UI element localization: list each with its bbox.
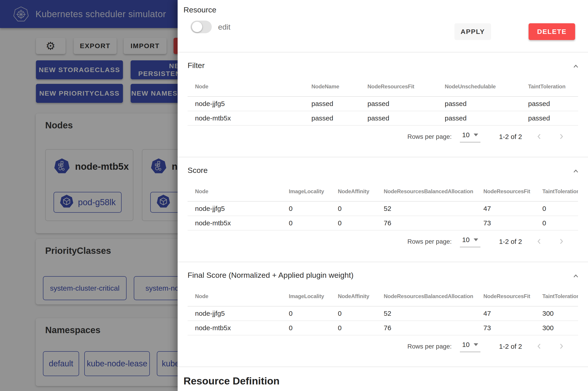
caret-down-icon <box>474 134 478 136</box>
table-cell: 76 <box>376 321 476 335</box>
table-cell: node-jjfg5 <box>187 97 304 111</box>
chevron-left-icon <box>535 132 544 141</box>
rows-per-page-select[interactable]: 10 <box>460 341 480 352</box>
table-cell: 52 <box>376 201 476 216</box>
rows-per-page-select[interactable]: 10 <box>460 131 480 142</box>
table-row: node-mtb5x 0 0 76 73 0 <box>187 216 578 230</box>
table-cell: passed <box>437 111 521 125</box>
filter-section-title: Filter <box>187 61 578 70</box>
apply-button[interactable]: APPLY <box>454 23 491 40</box>
table-cell: 0 <box>535 216 578 230</box>
chevron-right-icon <box>557 342 565 351</box>
column-header: NodeResourcesBalancedAllocation <box>376 182 476 201</box>
table-header-row: Node NodeName NodeResourcesFit NodeUnsch… <box>187 77 578 97</box>
pagination: Rows per page: 10 1-2 of 2 <box>187 131 578 142</box>
table-cell: node-jjfg5 <box>187 306 281 321</box>
table-cell: passed <box>304 97 360 111</box>
final-score-section-title: Final Score (Normalized + Applied plugin… <box>187 271 578 280</box>
table-cell: 76 <box>376 216 476 230</box>
table-cell: 73 <box>476 216 535 230</box>
table-cell: 0 <box>330 216 376 230</box>
column-header: TaintToleration <box>535 286 578 306</box>
table-cell: passed <box>521 111 578 125</box>
table-cell: 0 <box>330 321 376 335</box>
rows-per-page-select[interactable]: 10 <box>460 236 480 247</box>
column-header: NodeResourcesFit <box>360 77 437 97</box>
next-page-button[interactable] <box>557 342 565 351</box>
table-row: node-mtb5x 0 0 76 73 300 <box>187 321 578 335</box>
table-cell: 47 <box>476 201 535 216</box>
chevron-right-icon <box>557 132 565 141</box>
rows-per-page-value: 10 <box>462 131 470 139</box>
page-range-label: 1-2 of 2 <box>499 238 522 245</box>
drawer-title: Resource <box>183 5 582 14</box>
collapse-filter-button[interactable] <box>572 62 580 71</box>
next-page-button[interactable] <box>557 237 565 246</box>
chevron-left-icon <box>535 237 544 246</box>
table-cell: 0 <box>281 216 330 230</box>
previous-page-button[interactable] <box>535 132 544 141</box>
table-cell: 300 <box>535 306 578 321</box>
table-cell: node-mtb5x <box>187 216 281 230</box>
table-cell: 73 <box>476 321 535 335</box>
table-row: node-mtb5x passed passed passed passed <box>187 111 578 125</box>
table-cell: node-mtb5x <box>187 321 281 335</box>
table-cell: 52 <box>376 306 476 321</box>
column-header: NodeUnschedulable <box>437 77 521 97</box>
rows-per-page-label: Rows per page: <box>408 238 452 245</box>
table-cell: node-jjfg5 <box>187 201 281 216</box>
drawer-header: Resource edit APPLY DELETE <box>178 0 588 52</box>
table-cell: passed <box>304 111 360 125</box>
table-cell: passed <box>360 111 437 125</box>
column-header: NodeResourcesFit <box>476 182 535 201</box>
resource-definition-section: Resource Definition <box>178 367 588 387</box>
table-cell: 0 <box>281 306 330 321</box>
edit-toggle-knob <box>192 22 202 32</box>
pagination: Rows per page: 10 1-2 of 2 <box>187 341 578 352</box>
table-cell: 300 <box>535 321 578 335</box>
pagination: Rows per page: 10 1-2 of 2 <box>187 236 578 247</box>
collapse-final-score-button[interactable] <box>572 272 580 281</box>
filter-table: Node NodeName NodeResourcesFit NodeUnsch… <box>187 77 578 126</box>
collapse-score-button[interactable] <box>572 167 580 176</box>
next-page-button[interactable] <box>557 132 565 141</box>
rows-per-page-value: 10 <box>462 236 470 244</box>
table-cell: 0 <box>330 306 376 321</box>
chevron-up-icon <box>572 272 580 280</box>
rows-per-page-label: Rows per page: <box>408 133 452 140</box>
resource-drawer: Resource edit APPLY DELETE Filter Node N… <box>178 0 588 391</box>
table-header-row: Node ImageLocality NodeAffinity NodeReso… <box>187 182 578 201</box>
previous-page-button[interactable] <box>535 237 544 246</box>
score-section-title: Score <box>187 166 578 175</box>
final-score-table: Node ImageLocality NodeAffinity NodeReso… <box>187 286 578 335</box>
caret-down-icon <box>474 343 478 346</box>
previous-page-button[interactable] <box>535 342 544 351</box>
chevron-right-icon <box>557 237 565 246</box>
table-cell: 0 <box>281 321 330 335</box>
column-header: Node <box>187 286 281 306</box>
column-header: NodeAffinity <box>330 286 376 306</box>
chevron-left-icon <box>535 342 544 351</box>
table-row: node-jjfg5 0 0 52 47 0 <box>187 201 578 216</box>
column-header: NodeResourcesFit <box>476 286 535 306</box>
table-cell: 0 <box>281 201 330 216</box>
final-score-section: Final Score (Normalized + Applied plugin… <box>178 262 588 367</box>
table-cell: passed <box>437 97 521 111</box>
chevron-up-icon <box>572 62 580 71</box>
edit-toggle[interactable] <box>190 20 212 33</box>
column-header: TaintToleration <box>535 182 578 201</box>
delete-button[interactable]: DELETE <box>529 23 575 40</box>
table-cell: 47 <box>476 306 535 321</box>
table-cell: passed <box>360 97 437 111</box>
table-cell: 0 <box>535 201 578 216</box>
score-table: Node ImageLocality NodeAffinity NodeReso… <box>187 182 578 230</box>
column-header: Node <box>187 77 304 97</box>
column-header: NodeName <box>304 77 360 97</box>
column-header: TaintToleration <box>521 77 578 97</box>
column-header: NodeAffinity <box>330 182 376 201</box>
column-header: ImageLocality <box>281 286 330 306</box>
resource-definition-title: Resource Definition <box>183 375 582 387</box>
edit-toggle-label: edit <box>218 23 231 31</box>
rows-per-page-value: 10 <box>462 341 470 349</box>
column-header: Node <box>187 182 281 201</box>
